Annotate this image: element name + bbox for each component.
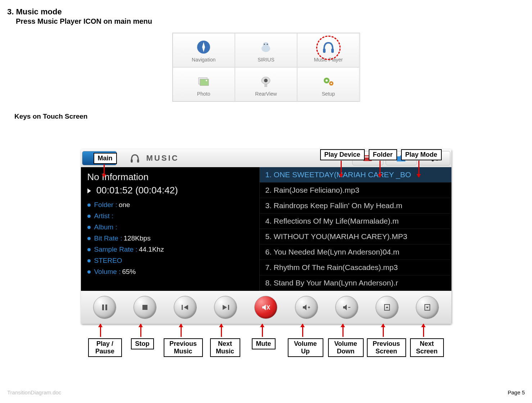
label-next-screen: Next Screen [410,338,444,357]
svg-rect-28 [228,305,229,310]
svg-point-4 [267,43,268,45]
svg-point-14 [326,79,328,82]
play-pause-button[interactable] [93,296,116,319]
music-player: MUSIC No Information 00:01:52 [81,149,451,324]
label-next-music: Next Music [210,338,240,357]
label-play-mode: Play Mode [401,149,442,160]
svg-rect-24 [102,304,104,310]
svg-rect-18 [131,159,132,162]
diagram: Main Play Device Folder Play Mode MUSIC [50,149,482,360]
svg-rect-26 [142,305,147,310]
label-vol-down: Volume Down [328,338,364,357]
track-item[interactable]: 4. Reflections Of My Life(Marmalade).m [260,214,451,229]
page-down-icon [423,303,431,311]
label-stop: Stop [131,338,154,349]
arrow-icon [181,324,182,337]
track-item[interactable]: 1. ONE SWEETDAY(MARIAH CAREY _BO [260,167,451,183]
arrow-icon [418,161,419,177]
total-time: (00:04:42) [135,185,178,196]
prev-icon [181,304,190,311]
gears-icon [319,72,337,90]
prev-music-button[interactable] [174,296,197,319]
volume-down-button[interactable] [335,296,358,319]
track-item[interactable]: 3. Raindrops Keep Fallin' On My Head.m [260,198,451,214]
stop-icon [141,304,149,311]
music-label: MUSIC [146,154,179,163]
svg-point-3 [264,43,265,45]
label-play-pause: Play / Pause [88,338,122,357]
page-up-icon [383,303,391,311]
prev-screen-button[interactable] [376,296,399,319]
svg-point-16 [331,83,332,84]
menu-photo[interactable]: Photo [173,67,235,101]
arrow-icon [221,324,222,337]
compass-icon [195,38,213,56]
field-label: Volume : [94,268,121,276]
section-subheading: Press Music Player ICON on main menu [16,17,525,26]
page-number: Page 5 [508,389,525,395]
arrow-icon [379,161,381,177]
arrow-icon [262,324,263,337]
arrow-icon [140,324,141,337]
arrow-icon [100,324,101,337]
menu-label: Navigation [192,57,215,63]
next-icon [221,304,230,311]
menu-sirius[interactable]: SIRIUS [235,33,297,67]
menu-label: RearView [255,91,277,97]
vol-up-icon [302,303,311,311]
track-item[interactable]: 6. You Needed Me(Lynn Anderson)04.m [260,244,451,260]
track-item[interactable]: 5. WITHOUT YOU(MARIAH CAREY).MP3 [260,229,451,244]
info-title: No Information [87,171,253,183]
camera-icon [257,72,275,90]
menu-setup[interactable]: Setup [297,67,359,101]
menu-navigation[interactable]: Navigation [173,33,235,67]
highlight-circle [316,36,341,60]
field-label: Artist : [94,212,114,220]
field-label: Folder : [94,201,117,209]
svg-rect-8 [200,79,209,86]
footer-filename: TransitionDiagram.doc [7,389,61,395]
field-label: Album : [94,223,117,231]
field-value: 44.1Khz [139,246,164,253]
label-folder: Folder [369,149,397,160]
menu-music-player[interactable]: Music Player [297,33,359,67]
arrow-icon [104,164,105,177]
arrow-icon [423,324,424,337]
track-list: 1. ONE SWEETDAY(MARIAH CAREY _BO 2. Rain… [259,167,451,291]
mute-button[interactable] [254,296,277,319]
music-title: MUSIC [118,149,351,167]
track-item[interactable]: 8. Stand By Your Man(Lynn Anderson).r [260,275,451,291]
volume-up-button[interactable] [295,296,318,319]
track-item[interactable]: 7. Rhythm Of The Rain(Cascades).mp3 [260,260,451,275]
label-vol-up: Volume Up [288,338,323,357]
next-music-button[interactable] [214,296,237,319]
field-value: 128Kbps [124,234,151,242]
elapsed-time: 00:01:52 [96,185,133,196]
photo-icon [195,72,213,90]
vol-down-icon [342,303,351,311]
info-panel: No Information 00:01:52 (00:04:42) Folde… [81,167,259,291]
field-label: Bit Rate : [94,234,122,242]
menu-label: Setup [322,91,335,97]
arrow-icon [341,161,342,177]
mute-icon [261,303,270,311]
svg-point-11 [264,79,268,82]
section-title: Music mode [16,7,62,16]
info-time: 00:01:52 (00:04:42) [87,185,253,196]
stop-button[interactable] [133,296,156,319]
svg-rect-12 [264,84,267,87]
svg-rect-19 [137,159,139,162]
label-prev-screen: Previous Screen [367,338,406,357]
track-item[interactable]: 2. Rain(Jose Feliciano).mp3 [260,183,451,198]
next-screen-button[interactable] [416,296,439,319]
menu-label: SIRIUS [258,57,274,63]
field-label: STEREO [94,257,122,265]
label-play-device: Play Device [320,149,365,160]
section-number: 3. [7,7,14,16]
section-heading: 3. Music mode [7,7,525,17]
svg-point-2 [263,42,269,48]
field-label: Sample Rate : [94,246,137,253]
svg-rect-25 [105,304,107,310]
menu-rearview[interactable]: RearView [235,67,297,101]
headphones-icon [129,152,141,164]
